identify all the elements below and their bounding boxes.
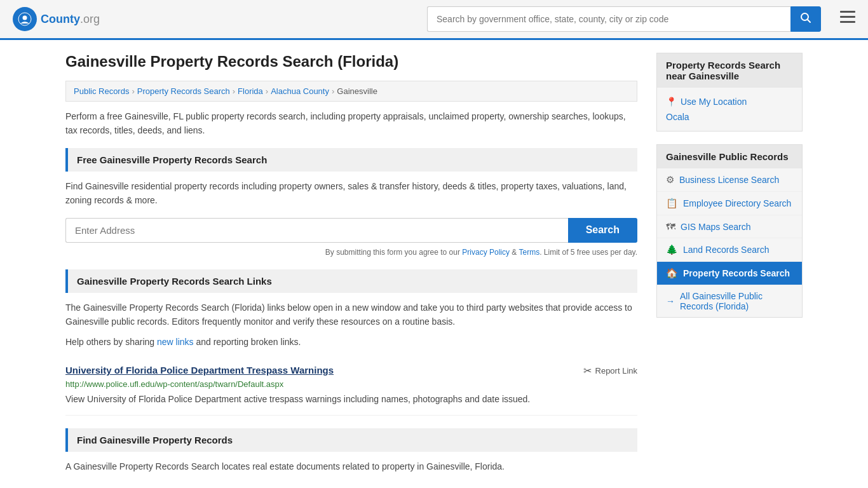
breadcrumb: Public Records › Property Records Search… [65, 81, 637, 102]
record-link-description: View University of Florida Police Depart… [65, 393, 637, 406]
map-icon: 🗺 [666, 221, 675, 232]
breadcrumb-link-florida[interactable]: Florida [238, 86, 263, 96]
ocala-link[interactable]: Ocala [666, 109, 793, 125]
svg-point-1 [23, 16, 27, 20]
use-my-location-item[interactable]: 📍 Use My Location [666, 94, 793, 109]
address-search-input[interactable] [65, 218, 568, 243]
address-search-button[interactable]: Search [568, 218, 637, 243]
report-link-button[interactable]: ✂ Report Link [583, 365, 637, 377]
sidebar-item-label-gis-maps: GIS Maps Search [681, 222, 751, 232]
record-link-url: http://www.police.ufl.edu/wp-content/asp… [65, 379, 637, 389]
svg-rect-4 [840, 11, 855, 13]
sidebar: Property Records Search near Gainesville… [656, 53, 803, 484]
find-section: Find Gainesville Property Records A Gain… [65, 428, 637, 473]
address-search-form: Search By submitting this form you agree… [65, 218, 637, 257]
free-search-heading: Free Gainesville Property Records Search [65, 148, 637, 172]
links-section-heading: Gainesville Property Records Search Link… [65, 269, 637, 293]
home-icon: 🏠 [666, 268, 678, 279]
sidebar-item-all-records[interactable]: → All Gainesville Public Records (Florid… [657, 285, 802, 317]
all-records-label: All Gainesville Public Records (Florida) [680, 291, 793, 311]
links-description: The Gainesville Property Records Search … [65, 301, 637, 329]
free-search-section: Free Gainesville Property Records Search… [65, 148, 637, 257]
find-section-heading: Find Gainesville Property Records [65, 428, 637, 452]
sidebar-item-land-records[interactable]: 🌲 Land Records Search [657, 238, 802, 262]
header-search-container [427, 6, 821, 32]
sidebar-item-label-employee-directory: Employee Directory Search [683, 198, 791, 208]
tree-icon: 🌲 [666, 244, 678, 255]
nearby-box-header: Property Records Search near Gainesville [657, 53, 802, 88]
breadcrumb-link-property-records-search[interactable]: Property Records Search [137, 86, 230, 96]
sidebar-item-business-license[interactable]: ⚙ Business License Search [657, 168, 802, 192]
logo-text: County.org [41, 13, 100, 26]
hamburger-menu-button[interactable] [840, 11, 855, 27]
share-links-text: Help others by sharing new links and rep… [65, 335, 637, 349]
header-search-input[interactable] [427, 6, 790, 32]
employee-icon: 📋 [666, 198, 678, 209]
svg-rect-6 [840, 21, 855, 23]
sidebar-item-property-records[interactable]: 🏠 Property Records Search [657, 262, 802, 285]
public-records-box-header: Gainesville Public Records [657, 145, 802, 168]
sidebar-item-employee-directory[interactable]: 📋 Employee Directory Search [657, 192, 802, 215]
sidebar-item-label-land-records: Land Records Search [683, 245, 769, 255]
links-section: Gainesville Property Records Search Link… [65, 269, 637, 416]
sidebar-item-label-property-records: Property Records Search [683, 268, 790, 278]
svg-rect-5 [840, 16, 855, 18]
arrow-icon: → [666, 296, 675, 306]
logo-icon [13, 7, 37, 31]
public-records-box: Gainesville Public Records ⚙ Business Li… [656, 144, 803, 318]
report-link-label: Report Link [595, 366, 637, 376]
free-search-description: Find Gainesville residential property re… [65, 179, 637, 208]
sidebar-item-label-business-license: Business License Search [679, 175, 779, 185]
record-link-title[interactable]: University of Florida Police Department … [65, 365, 334, 376]
breadcrumb-link-public-records[interactable]: Public Records [74, 86, 129, 96]
content-area: Gainesville Property Records Search (Flo… [65, 53, 637, 484]
record-link-item: University of Florida Police Department … [65, 356, 637, 416]
use-my-location-label: Use My Location [681, 97, 747, 107]
logo[interactable]: County.org [13, 7, 100, 31]
report-link-icon: ✂ [583, 365, 592, 377]
breadcrumb-current: Gainesville [337, 86, 377, 96]
terms-link[interactable]: Terms [519, 248, 539, 257]
breadcrumb-link-alachua-county[interactable]: Alachua County [271, 86, 329, 96]
header-search-button[interactable] [790, 6, 821, 32]
gear-icon: ⚙ [666, 174, 674, 186]
nearby-box-content: 📍 Use My Location Ocala [657, 88, 802, 131]
intro-text: Perform a free Gainesville, FL public pr… [65, 109, 637, 138]
page-title: Gainesville Property Records Search (Flo… [65, 53, 637, 71]
form-disclaimer: By submitting this form you agree to our… [65, 248, 637, 257]
new-links-link[interactable]: new links [157, 337, 194, 347]
sidebar-item-gis-maps[interactable]: 🗺 GIS Maps Search [657, 215, 802, 238]
find-section-description: A Gainesville Property Records Search lo… [65, 459, 637, 473]
privacy-policy-link[interactable]: Privacy Policy [462, 248, 510, 257]
svg-line-3 [808, 20, 811, 23]
nearby-box: Property Records Search near Gainesville… [656, 53, 803, 132]
location-pin-icon: 📍 [666, 97, 677, 107]
